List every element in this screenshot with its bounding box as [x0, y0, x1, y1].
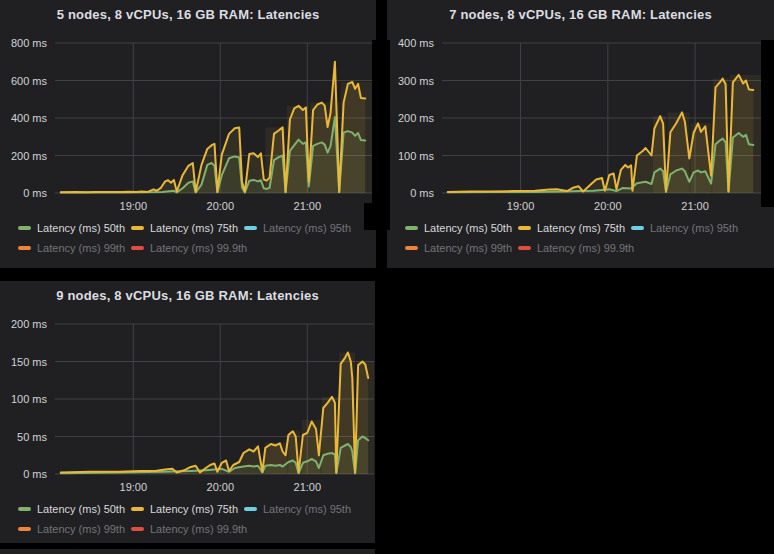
series-color-swatch-icon: [518, 226, 531, 230]
dashboard: 0 ms200 ms400 ms600 ms800 ms19:0020:0021…: [0, 0, 774, 554]
svg-text:600 ms: 600 ms: [11, 75, 48, 87]
legend-item-latency-75th[interactable]: Latency (ms) 75th: [131, 222, 244, 234]
svg-text:50 ms: 50 ms: [17, 431, 47, 443]
legend-item-latency-50th[interactable]: Latency (ms) 50th: [18, 222, 131, 234]
legend-label: Latency (ms) 99th: [37, 242, 125, 254]
legend-label: Latency (ms) 95th: [650, 222, 738, 234]
svg-text:400 ms: 400 ms: [398, 37, 435, 49]
legend-label: Latency (ms) 99.9th: [150, 523, 247, 535]
panel-title: 5 nodes, 8 vCPUs, 16 GB RAM: Latencies: [0, 7, 376, 22]
legend-item-latency-75th[interactable]: Latency (ms) 75th: [131, 503, 244, 515]
legend-item-latency-95th[interactable]: Latency (ms) 95th: [631, 222, 744, 234]
legend-item-latency-95th[interactable]: Latency (ms) 95th: [244, 503, 357, 515]
legend: Latency (ms) 50th Latency (ms) 75th Late…: [18, 222, 372, 262]
legend: Latency (ms) 50th Latency (ms) 75th Late…: [18, 503, 371, 543]
series-color-swatch-icon: [631, 226, 644, 230]
svg-text:20:00: 20:00: [207, 200, 235, 212]
series-color-swatch-icon: [244, 507, 257, 511]
legend-item-latency-99th[interactable]: Latency (ms) 99th: [18, 242, 131, 254]
svg-text:800 ms: 800 ms: [11, 37, 48, 49]
panel-7-nodes: 0 ms100 ms200 ms300 ms400 ms19:0020:0021…: [387, 0, 774, 268]
svg-text:21:00: 21:00: [681, 200, 709, 212]
panel-9-nodes: 0 ms50 ms100 ms150 ms200 ms19:0020:0021:…: [0, 281, 375, 543]
svg-text:20:00: 20:00: [594, 200, 622, 212]
legend-label: Latency (ms) 99th: [37, 523, 125, 535]
series-color-swatch-icon: [18, 527, 31, 531]
series-color-swatch-icon: [518, 246, 531, 250]
legend-item-latency-75th[interactable]: Latency (ms) 75th: [518, 222, 631, 234]
legend: Latency (ms) 50th Latency (ms) 75th Late…: [405, 222, 770, 262]
svg-text:20:00: 20:00: [207, 481, 235, 493]
svg-text:100 ms: 100 ms: [398, 150, 435, 162]
svg-text:100 ms: 100 ms: [11, 393, 48, 405]
series-color-swatch-icon: [131, 507, 144, 511]
series-color-swatch-icon: [405, 226, 418, 230]
crop-mask: [364, 203, 390, 230]
crop-mask: [761, 40, 774, 207]
crop-mask: [372, 40, 390, 230]
legend-item-latency-99th[interactable]: Latency (ms) 99th: [18, 523, 131, 535]
svg-text:0 ms: 0 ms: [23, 468, 47, 480]
series-color-swatch-icon: [18, 246, 31, 250]
panel-title: 7 nodes, 8 vCPUs, 16 GB RAM: Latencies: [387, 7, 774, 22]
panel-edge-strip: [0, 549, 375, 554]
legend-label: Latency (ms) 50th: [37, 222, 125, 234]
legend-item-latency-99-9th[interactable]: Latency (ms) 99.9th: [131, 242, 244, 254]
legend-item-latency-50th[interactable]: Latency (ms) 50th: [18, 503, 131, 515]
series-color-swatch-icon: [244, 226, 257, 230]
svg-text:19:00: 19:00: [507, 200, 535, 212]
legend-label: Latency (ms) 99th: [424, 242, 512, 254]
legend-label: Latency (ms) 95th: [263, 222, 351, 234]
legend-item-latency-99th[interactable]: Latency (ms) 99th: [405, 242, 518, 254]
svg-text:21:00: 21:00: [294, 200, 322, 212]
svg-text:21:00: 21:00: [294, 481, 322, 493]
svg-text:200 ms: 200 ms: [11, 150, 48, 162]
legend-item-latency-95th[interactable]: Latency (ms) 95th: [244, 222, 357, 234]
svg-text:150 ms: 150 ms: [11, 356, 48, 368]
legend-label: Latency (ms) 50th: [37, 503, 125, 515]
series-color-swatch-icon: [18, 226, 31, 230]
svg-text:200 ms: 200 ms: [398, 112, 435, 124]
svg-text:0 ms: 0 ms: [23, 187, 47, 199]
legend-label: Latency (ms) 99.9th: [537, 242, 634, 254]
svg-text:19:00: 19:00: [120, 481, 148, 493]
legend-label: Latency (ms) 50th: [424, 222, 512, 234]
panel-title: 9 nodes, 8 vCPUs, 16 GB RAM: Latencies: [0, 288, 375, 303]
legend-item-latency-50th[interactable]: Latency (ms) 50th: [405, 222, 518, 234]
series-color-swatch-icon: [131, 226, 144, 230]
legend-label: Latency (ms) 75th: [150, 503, 238, 515]
svg-text:300 ms: 300 ms: [398, 75, 435, 87]
svg-text:0 ms: 0 ms: [410, 187, 434, 199]
series-color-swatch-icon: [18, 507, 31, 511]
svg-text:200 ms: 200 ms: [11, 318, 48, 330]
legend-item-latency-99-9th[interactable]: Latency (ms) 99.9th: [518, 242, 631, 254]
svg-text:400 ms: 400 ms: [11, 112, 48, 124]
legend-label: Latency (ms) 75th: [537, 222, 625, 234]
legend-label: Latency (ms) 95th: [263, 503, 351, 515]
legend-label: Latency (ms) 99.9th: [150, 242, 247, 254]
legend-label: Latency (ms) 75th: [150, 222, 238, 234]
legend-item-latency-99-9th[interactable]: Latency (ms) 99.9th: [131, 523, 244, 535]
series-color-swatch-icon: [405, 246, 418, 250]
series-color-swatch-icon: [131, 246, 144, 250]
svg-text:19:00: 19:00: [120, 200, 148, 212]
panel-5-nodes: 0 ms200 ms400 ms600 ms800 ms19:0020:0021…: [0, 0, 376, 268]
series-color-swatch-icon: [131, 527, 144, 531]
